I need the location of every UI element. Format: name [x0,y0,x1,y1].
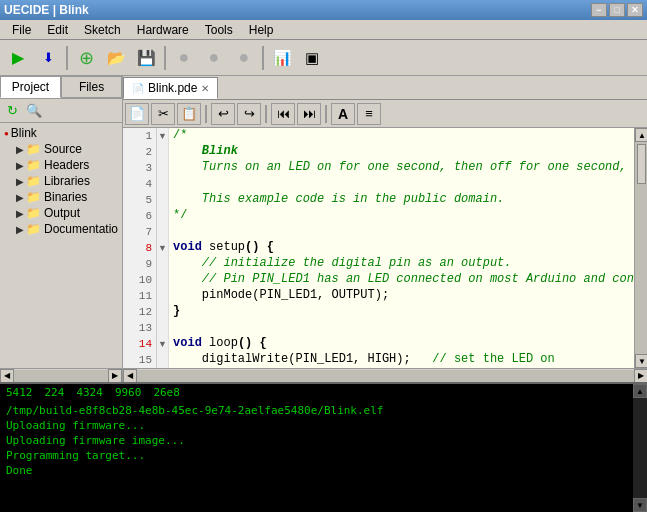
sidebar-scrollbar[interactable]: ◀ ▶ [0,368,122,382]
undo-btn[interactable]: ↩ [211,103,235,125]
tab-files[interactable]: Files [61,76,122,98]
ln9: 9 [123,256,156,272]
code-line-7 [173,224,634,240]
stat-1: 5412 [6,386,33,399]
code-line-4 [173,176,634,192]
close-button[interactable]: ✕ [627,3,643,17]
fold1[interactable]: ▼ [157,128,168,144]
fold8[interactable]: ▼ [157,240,168,256]
libraries-label: Libraries [44,174,90,188]
tree-item-source[interactable]: ▶ 📁 Source [2,141,120,157]
stat-2: 224 [45,386,65,399]
menu-help[interactable]: Help [241,21,282,39]
redo-btn[interactable]: ↪ [237,103,261,125]
copy-btn[interactable]: 📋 [177,103,201,125]
ln14: 14 [123,336,156,352]
btn-gray3[interactable]: ● [230,44,258,72]
editor-sep1 [205,105,207,123]
folder-output-icon: 📁 [26,206,41,220]
hscroll-left-btn[interactable]: ◀ [123,369,137,383]
tab-label: Blink.pde [148,81,197,95]
btn-gray2[interactable]: ● [200,44,228,72]
console-vscroll-up[interactable]: ▲ [633,384,647,398]
search-button[interactable]: 🔍 [24,101,44,121]
refresh-button[interactable]: ↻ [2,101,22,121]
editor-tabs: 📄 Blink.pde ✕ [123,76,647,100]
source-label: Source [44,142,82,156]
minimize-button[interactable]: − [591,3,607,17]
toolbar-sep1 [66,46,68,70]
sidebar-scroll-track[interactable] [14,370,108,382]
tree-item-headers[interactable]: ▶ 📁 Headers [2,157,120,173]
fold5 [157,192,168,208]
console-line-5: Done [6,463,627,478]
tree-item-output[interactable]: ▶ 📁 Output [2,205,120,221]
tab-file-icon: 📄 [132,83,144,94]
console-vscroll-track[interactable] [633,398,647,498]
jump-start-btn[interactable]: ⏮ [271,103,295,125]
tab-blink-pde[interactable]: 📄 Blink.pde ✕ [123,77,218,99]
fold4 [157,176,168,192]
console-line-1: /tmp/build-e8f8cb28-4e8b-45ec-9e74-2aelf… [6,403,627,418]
editor-hscrollbar[interactable]: ◀ ▶ [123,368,647,382]
code-line-1: /* [173,128,634,144]
ln2: 2 [123,144,156,160]
tab-project[interactable]: Project [0,76,61,98]
scroll-left-btn[interactable]: ◀ [0,369,14,383]
font-btn[interactable]: A [331,103,355,125]
menu-file[interactable]: File [4,21,39,39]
run-button[interactable]: ▶ [4,44,32,72]
cut-btn[interactable]: ✂ [151,103,175,125]
new-file-button[interactable]: ⊕ [72,44,100,72]
stat-3: 4324 [76,386,103,399]
ln15: 15 [123,352,156,368]
vscroll-down-btn[interactable]: ▼ [635,354,647,368]
tree-item-binaries[interactable]: ▶ 📁 Binaries [2,189,120,205]
toolbar-sep2 [164,46,166,70]
hscroll-track[interactable] [137,370,634,382]
ln7: 7 [123,224,156,240]
editor-vscrollbar[interactable]: ▲ ▼ [634,128,647,368]
tree-item-libraries[interactable]: ▶ 📁 Libraries [2,173,120,189]
tab-close-icon[interactable]: ✕ [201,83,209,94]
menu-tools[interactable]: Tools [197,21,241,39]
menu-edit[interactable]: Edit [39,21,76,39]
folder-documentation-icon: 📁 [26,222,41,236]
new-doc-btn[interactable]: 📄 [125,103,149,125]
console-vscrollbar[interactable]: ▲ ▼ [633,384,647,512]
format-btn[interactable]: ≡ [357,103,381,125]
fold6 [157,208,168,224]
maximize-button[interactable]: □ [609,3,625,17]
fold15 [157,352,168,368]
vscroll-track[interactable] [635,142,647,354]
tree-item-blink[interactable]: ● Blink [2,125,120,141]
title-text: UECIDE | Blink [4,3,89,17]
save-file-button[interactable]: 💾 [132,44,160,72]
scroll-right-btn[interactable]: ▶ [108,369,122,383]
upload-button[interactable]: ⬇ [34,44,62,72]
btn-gray1[interactable]: ● [170,44,198,72]
console-vscroll-down[interactable]: ▼ [633,498,647,512]
code-line-2: Blink [173,144,634,160]
fold14[interactable]: ▼ [157,336,168,352]
monitor-button[interactable]: 📊 [268,44,296,72]
menu-hardware[interactable]: Hardware [129,21,197,39]
jump-end-btn[interactable]: ⏭ [297,103,321,125]
panel-area: Project Files ↻ 🔍 ● Blink ▶ 📁 Source [0,76,647,382]
ln6: 6 [123,208,156,224]
console-area: 5412 224 4324 9960 26e8 /tmp/build-e8f8c… [0,382,647,512]
content-area: Project Files ↻ 🔍 ● Blink ▶ 📁 Source [0,76,647,512]
console-content: 5412 224 4324 9960 26e8 /tmp/build-e8f8c… [0,384,633,512]
hscroll-right-btn[interactable]: ▶ [634,369,647,383]
menu-sketch[interactable]: Sketch [76,21,129,39]
vscroll-thumb[interactable] [637,144,646,184]
open-file-button[interactable]: 📂 [102,44,130,72]
arrow-libraries: ▶ [16,176,24,187]
code-text[interactable]: /* Blink Turns on an LED on for one seco… [169,128,634,368]
terminal-button[interactable]: ▣ [298,44,326,72]
code-line-11: pinMode(PIN_LED1, OUTPUT); [173,288,634,304]
output-label: Output [44,206,80,220]
vscroll-up-btn[interactable]: ▲ [635,128,647,142]
tree-item-documentation[interactable]: ▶ 📁 Documentatio [2,221,120,237]
code-line-9: // initialize the digital pin as an outp… [173,256,634,272]
